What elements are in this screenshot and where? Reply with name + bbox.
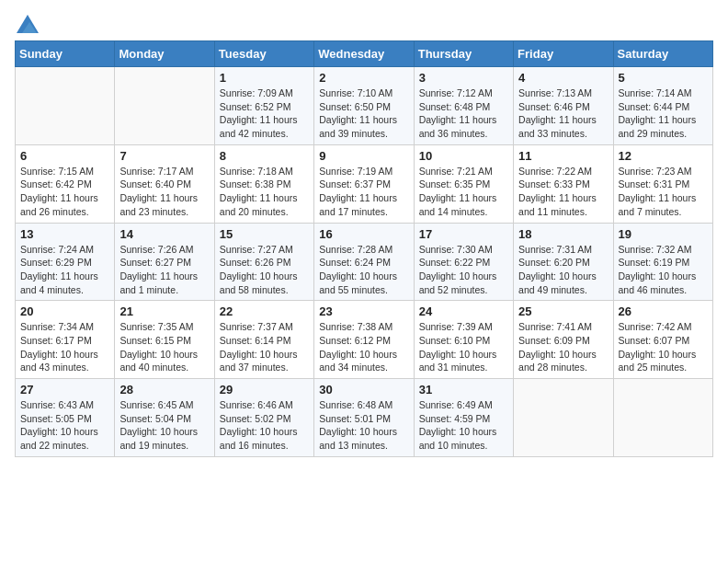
calendar-cell: 24Sunrise: 7:39 AM Sunset: 6:10 PM Dayli… [414,301,513,379]
day-info: Sunrise: 7:35 AM Sunset: 6:15 PM Dayligh… [119,320,209,374]
calendar-cell: 17Sunrise: 7:30 AM Sunset: 6:22 PM Dayli… [414,223,513,301]
day-info: Sunrise: 7:42 AM Sunset: 6:07 PM Dayligh… [619,320,708,374]
calendar-table: SundayMondayTuesdayWednesdayThursdayFrid… [15,40,713,457]
day-number: 9 [319,149,408,163]
day-number: 23 [319,304,408,318]
calendar-cell: 25Sunrise: 7:41 AM Sunset: 6:09 PM Dayli… [514,301,613,379]
calendar-cell: 16Sunrise: 7:28 AM Sunset: 6:24 PM Dayli… [314,223,414,301]
logo-icon [17,15,39,33]
day-info: Sunrise: 7:22 AM Sunset: 6:33 PM Dayligh… [518,165,608,219]
day-info: Sunrise: 7:13 AM Sunset: 6:46 PM Dayligh… [518,86,608,141]
day-number: 1 [220,71,309,85]
calendar-cell: 9Sunrise: 7:19 AM Sunset: 6:37 PM Daylig… [314,144,414,223]
calendar-cell: 1Sunrise: 7:09 AM Sunset: 6:52 PM Daylig… [214,67,313,145]
day-number: 2 [319,71,408,85]
column-header-tuesday: Tuesday [214,41,313,67]
calendar-cell: 11Sunrise: 7:22 AM Sunset: 6:33 PM Dayli… [514,144,613,223]
day-number: 17 [419,227,508,241]
day-info: Sunrise: 7:41 AM Sunset: 6:09 PM Dayligh… [518,320,608,374]
day-info: Sunrise: 7:32 AM Sunset: 6:19 PM Dayligh… [619,243,708,297]
day-info: Sunrise: 6:46 AM Sunset: 5:02 PM Dayligh… [220,398,309,453]
calendar-week-row: 27Sunrise: 6:43 AM Sunset: 5:05 PM Dayli… [16,379,713,457]
calendar-cell: 20Sunrise: 7:34 AM Sunset: 6:17 PM Dayli… [16,301,115,379]
calendar-cell: 5Sunrise: 7:14 AM Sunset: 6:44 PM Daylig… [613,67,712,145]
calendar-cell: 6Sunrise: 7:15 AM Sunset: 6:42 PM Daylig… [16,144,115,223]
day-number: 20 [20,304,109,318]
day-info: Sunrise: 7:15 AM Sunset: 6:42 PM Dayligh… [20,165,109,219]
day-info: Sunrise: 7:39 AM Sunset: 6:10 PM Dayligh… [419,320,508,374]
calendar-cell: 19Sunrise: 7:32 AM Sunset: 6:19 PM Dayli… [613,223,712,301]
day-info: Sunrise: 7:24 AM Sunset: 6:29 PM Dayligh… [20,243,109,297]
calendar-cell [514,379,613,457]
day-number: 22 [220,304,309,318]
day-info: Sunrise: 7:27 AM Sunset: 6:26 PM Dayligh… [220,243,309,297]
day-info: Sunrise: 7:17 AM Sunset: 6:40 PM Dayligh… [119,165,209,219]
column-header-saturday: Saturday [613,41,712,67]
column-header-wednesday: Wednesday [314,41,414,67]
day-info: Sunrise: 7:18 AM Sunset: 6:38 PM Dayligh… [220,165,309,219]
calendar-cell [115,67,214,145]
calendar-cell: 14Sunrise: 7:26 AM Sunset: 6:27 PM Dayli… [115,223,214,301]
calendar-cell: 10Sunrise: 7:21 AM Sunset: 6:35 PM Dayli… [414,144,513,223]
day-number: 7 [119,149,209,163]
day-info: Sunrise: 7:23 AM Sunset: 6:31 PM Dayligh… [619,165,708,219]
day-number: 27 [20,383,109,396]
day-number: 14 [119,227,209,241]
column-header-sunday: Sunday [16,41,115,67]
day-number: 4 [518,71,608,85]
day-number: 13 [20,227,109,241]
calendar-cell: 3Sunrise: 7:12 AM Sunset: 6:48 PM Daylig… [414,67,513,145]
calendar-cell [613,379,712,457]
day-info: Sunrise: 6:45 AM Sunset: 5:04 PM Dayligh… [119,398,209,453]
day-number: 18 [518,227,608,241]
day-number: 3 [419,71,508,85]
day-info: Sunrise: 7:09 AM Sunset: 6:52 PM Dayligh… [220,86,309,141]
day-number: 10 [419,149,508,163]
calendar-cell [16,67,115,145]
calendar-cell: 2Sunrise: 7:10 AM Sunset: 6:50 PM Daylig… [314,67,414,145]
day-number: 25 [518,304,608,318]
day-info: Sunrise: 7:12 AM Sunset: 6:48 PM Dayligh… [419,86,508,141]
day-number: 26 [619,304,708,318]
calendar-cell: 26Sunrise: 7:42 AM Sunset: 6:07 PM Dayli… [613,301,712,379]
calendar-week-row: 1Sunrise: 7:09 AM Sunset: 6:52 PM Daylig… [16,67,713,145]
day-number: 30 [319,383,408,396]
day-info: Sunrise: 7:38 AM Sunset: 6:12 PM Dayligh… [319,320,408,374]
day-number: 6 [20,149,109,163]
calendar-cell: 7Sunrise: 7:17 AM Sunset: 6:40 PM Daylig… [115,144,214,223]
column-header-thursday: Thursday [414,41,513,67]
calendar-cell: 13Sunrise: 7:24 AM Sunset: 6:29 PM Dayli… [16,223,115,301]
calendar-cell: 29Sunrise: 6:46 AM Sunset: 5:02 PM Dayli… [214,379,313,457]
day-number: 11 [518,149,608,163]
day-info: Sunrise: 7:26 AM Sunset: 6:27 PM Dayligh… [119,243,209,297]
calendar-week-row: 13Sunrise: 7:24 AM Sunset: 6:29 PM Dayli… [16,223,713,301]
day-number: 19 [619,227,708,241]
day-info: Sunrise: 7:31 AM Sunset: 6:20 PM Dayligh… [518,243,608,297]
day-info: Sunrise: 7:34 AM Sunset: 6:17 PM Dayligh… [20,320,109,374]
day-info: Sunrise: 6:49 AM Sunset: 4:59 PM Dayligh… [419,398,508,453]
day-number: 21 [119,304,209,318]
day-info: Sunrise: 6:43 AM Sunset: 5:05 PM Dayligh… [20,398,109,453]
page-header [15,15,713,29]
day-info: Sunrise: 7:21 AM Sunset: 6:35 PM Dayligh… [419,165,508,219]
calendar-cell: 31Sunrise: 6:49 AM Sunset: 4:59 PM Dayli… [414,379,513,457]
calendar-cell: 30Sunrise: 6:48 AM Sunset: 5:01 PM Dayli… [314,379,414,457]
day-info: Sunrise: 6:48 AM Sunset: 5:01 PM Dayligh… [319,398,408,453]
day-info: Sunrise: 7:37 AM Sunset: 6:14 PM Dayligh… [220,320,309,374]
day-number: 24 [419,304,508,318]
day-number: 28 [119,383,209,396]
logo [15,15,39,29]
day-number: 29 [220,383,309,396]
column-header-monday: Monday [115,41,214,67]
calendar-week-row: 6Sunrise: 7:15 AM Sunset: 6:42 PM Daylig… [16,144,713,223]
calendar-cell: 22Sunrise: 7:37 AM Sunset: 6:14 PM Dayli… [214,301,313,379]
day-number: 31 [419,383,508,396]
day-number: 15 [220,227,309,241]
calendar-header-row: SundayMondayTuesdayWednesdayThursdayFrid… [16,41,713,67]
calendar-cell: 12Sunrise: 7:23 AM Sunset: 6:31 PM Dayli… [613,144,712,223]
day-info: Sunrise: 7:19 AM Sunset: 6:37 PM Dayligh… [319,165,408,219]
calendar-cell: 21Sunrise: 7:35 AM Sunset: 6:15 PM Dayli… [115,301,214,379]
day-info: Sunrise: 7:14 AM Sunset: 6:44 PM Dayligh… [619,86,708,141]
calendar-cell: 4Sunrise: 7:13 AM Sunset: 6:46 PM Daylig… [514,67,613,145]
calendar-cell: 8Sunrise: 7:18 AM Sunset: 6:38 PM Daylig… [214,144,313,223]
